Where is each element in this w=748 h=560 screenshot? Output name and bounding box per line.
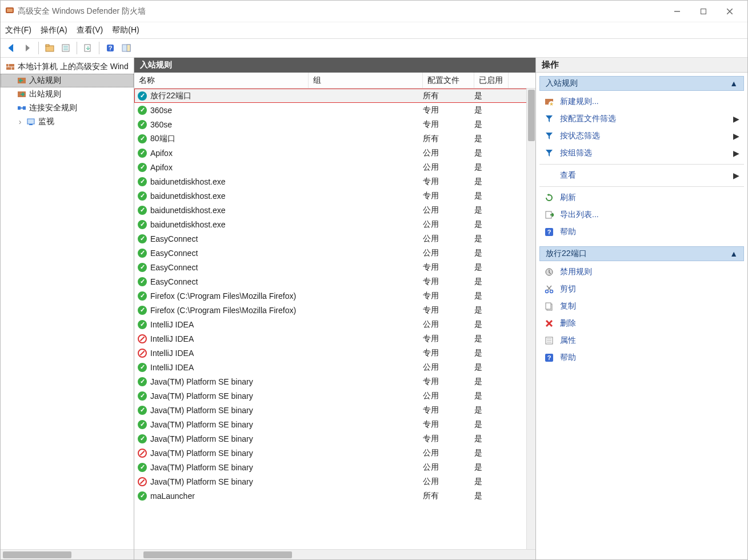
action-export-label: 导出列表...	[560, 210, 599, 220]
rule-enabled: 是	[474, 448, 509, 458]
maximize-button[interactable]	[690, 3, 717, 19]
action-filter-profile[interactable]: 按配置文件筛选 ▶	[539, 110, 744, 127]
rule-row[interactable]: Java(TM) Platform SE binary公用是	[134, 474, 535, 489]
rule-row[interactable]: ✓Apifox公用是	[134, 160, 535, 174]
grid-vscrollbar[interactable]	[526, 89, 535, 549]
rule-name: baidunetdiskhost.exe	[150, 191, 226, 201]
export-icon	[544, 210, 554, 220]
actions-section-inbound[interactable]: 入站规则 ▲	[539, 76, 744, 91]
rule-row[interactable]: ✓Java(TM) Platform SE binary公用是	[134, 389, 535, 403]
col-enabled[interactable]: 已启用	[474, 73, 509, 88]
rule-row[interactable]: ✓IntelliJ IDEA公用是	[134, 360, 535, 374]
actions-section-selected-rule[interactable]: 放行22端口 ▲	[539, 246, 744, 261]
rule-row[interactable]: ✓360se专用是	[134, 117, 535, 131]
rule-row[interactable]: IntelliJ IDEA专用是	[134, 331, 535, 346]
action-export[interactable]: 导出列表...	[539, 206, 744, 223]
action-cut[interactable]: 剪切	[539, 281, 744, 298]
action-copy[interactable]: 复制	[539, 298, 744, 315]
rule-row[interactable]: ✓Java(TM) Platform SE binary专用是	[134, 417, 535, 431]
rule-enabled: 是	[474, 119, 509, 130]
col-group[interactable]: 组	[309, 73, 423, 88]
rule-profile: 公用	[423, 205, 474, 215]
expand-icon[interactable]: ›	[17, 117, 23, 126]
rule-name: Apifox	[150, 149, 173, 158]
rule-row[interactable]: ✓Apifox公用是	[134, 146, 535, 160]
allow-icon: ✓	[138, 249, 147, 258]
rule-row[interactable]: ✓360se专用是	[134, 103, 535, 117]
tree-monitor[interactable]: › 监视	[1, 115, 134, 129]
rule-row[interactable]: ✓Java(TM) Platform SE binary公用是	[134, 460, 535, 474]
section-selected-rule-label: 放行22端口	[546, 249, 587, 259]
action-view[interactable]: 查看 ▶	[539, 167, 744, 184]
menu-action[interactable]: 操作(A)	[41, 25, 67, 35]
rules-grid: 名称 组 配置文件 已启用 ✓放行22端口所有是✓360se专用是✓360se专…	[134, 73, 535, 559]
svg-text:?: ?	[109, 45, 113, 51]
action-disable-rule[interactable]: 禁用规则	[539, 263, 744, 281]
block-icon	[138, 334, 147, 343]
action-new-rule[interactable]: ★ 新建规则...	[539, 93, 744, 110]
list-button[interactable]	[58, 41, 73, 55]
action-help2[interactable]: ? 帮助	[539, 349, 744, 366]
action-cut-label: 剪切	[560, 284, 576, 294]
rule-row[interactable]: ✓EasyConnect公用是	[134, 246, 535, 260]
rule-row[interactable]: ✓放行22端口所有是	[134, 89, 535, 103]
folder-button[interactable]	[42, 41, 57, 55]
svg-rect-26	[27, 119, 34, 124]
grid-hscrollbar[interactable]	[134, 549, 535, 559]
rule-row[interactable]: ✓baidunetdiskhost.exe公用是	[134, 203, 535, 217]
rule-row[interactable]: ✓EasyConnect公用是	[134, 231, 535, 246]
rule-row[interactable]: ✓baidunetdiskhost.exe专用是	[134, 174, 535, 189]
rule-row[interactable]: IntelliJ IDEA专用是	[134, 346, 535, 360]
rule-row[interactable]: Java(TM) Platform SE binary公用是	[134, 446, 535, 460]
rule-enabled: 是	[474, 219, 509, 230]
panel-button[interactable]	[119, 41, 134, 55]
action-delete[interactable]: 删除	[539, 315, 744, 332]
rule-row[interactable]: ✓Java(TM) Platform SE binary专用是	[134, 374, 535, 389]
rule-row[interactable]: ✓EasyConnect专用是	[134, 260, 535, 274]
back-button[interactable]	[4, 41, 19, 55]
rule-row[interactable]: ✓baidunetdiskhost.exe公用是	[134, 217, 535, 231]
rule-name: EasyConnect	[150, 249, 198, 258]
rule-row[interactable]: ✓Java(TM) Platform SE binary专用是	[134, 403, 535, 417]
tree-outbound[interactable]: 出站规则	[1, 87, 134, 101]
close-button[interactable]	[717, 3, 743, 19]
rule-row[interactable]: ✓Firefox (C:\Program Files\Mozilla Firef…	[134, 303, 535, 317]
tree-connsec[interactable]: 连接安全规则	[1, 101, 134, 115]
action-filter-state[interactable]: 按状态筛选 ▶	[539, 127, 744, 145]
rule-profile: 公用	[423, 391, 474, 401]
blank-icon	[544, 170, 554, 181]
export-button[interactable]	[81, 41, 95, 55]
allow-icon: ✓	[138, 163, 147, 172]
rule-profile: 公用	[423, 248, 474, 258]
rule-row[interactable]: ✓maLauncher所有是	[134, 489, 535, 503]
col-name[interactable]: 名称	[134, 73, 309, 88]
rule-row[interactable]: ✓Java(TM) Platform SE binary专用是	[134, 431, 535, 446]
action-help[interactable]: ? 帮助	[539, 223, 744, 241]
allow-icon: ✓	[138, 491, 147, 501]
forward-button[interactable]	[20, 41, 35, 55]
minimize-button[interactable]	[664, 3, 690, 19]
svg-line-37	[547, 286, 551, 290]
rule-row[interactable]: ✓IntelliJ IDEA公用是	[134, 317, 535, 331]
svg-rect-24	[23, 106, 26, 110]
action-properties[interactable]: 属性	[539, 332, 744, 349]
menu-help[interactable]: 帮助(H)	[112, 25, 139, 35]
tree-outbound-label: 出站规则	[29, 89, 61, 99]
menu-view[interactable]: 查看(V)	[77, 25, 103, 35]
menu-file[interactable]: 文件(F)	[5, 25, 31, 35]
allow-icon: ✓	[138, 177, 147, 186]
action-refresh[interactable]: 刷新	[539, 189, 744, 206]
help-button[interactable]: ?	[103, 41, 118, 55]
action-filter-group[interactable]: 按组筛选 ▶	[539, 145, 744, 162]
rule-name: EasyConnect	[150, 263, 198, 272]
rule-row[interactable]: ✓baidunetdiskhost.exe专用是	[134, 189, 535, 203]
rule-row[interactable]: ✓EasyConnect专用是	[134, 274, 535, 289]
rule-profile: 专用	[423, 348, 474, 358]
tree-hscrollbar[interactable]	[1, 549, 134, 559]
rule-row[interactable]: ✓Firefox (C:\Program Files\Mozilla Firef…	[134, 289, 535, 303]
tree-root[interactable]: 本地计算机 上的高级安全 Wind	[1, 60, 134, 74]
rule-row[interactable]: ✓80端口所有是	[134, 131, 535, 146]
col-profile[interactable]: 配置文件	[423, 73, 474, 88]
tree-inbound[interactable]: 入站规则	[1, 74, 134, 87]
svg-rect-3	[701, 9, 706, 14]
